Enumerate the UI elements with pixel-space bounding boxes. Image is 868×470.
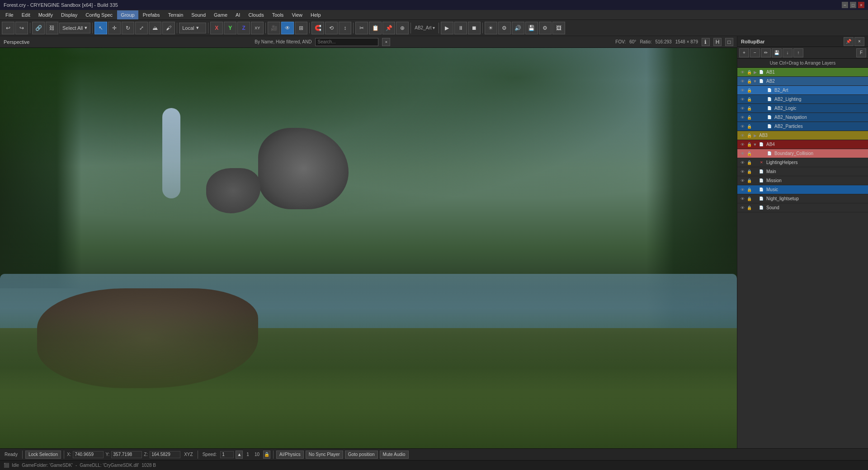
grid-button[interactable]: ⊞ [295,22,307,34]
layer-boundary-expand[interactable] [761,150,765,157]
copy-button[interactable]: 📋 [369,22,382,34]
layer-sort-button[interactable]: F [856,48,866,57]
menu-item-sound[interactable]: Sound [188,10,209,19]
menu-item-config-spec[interactable]: Config Spec [82,10,116,19]
layer-ab2-lighting-eye[interactable]: 👁 [739,96,745,103]
layer-ab3-eye[interactable]: 👁 [739,132,745,139]
minimize-button[interactable]: − [842,2,848,8]
layer-item-lighting-helpers[interactable]: 👁 🔒 ✕ LightingHelpers [737,158,868,167]
layer-ab2-particles-eye[interactable]: 👁 [739,123,745,130]
layer-music-lock[interactable]: 🔒 [746,187,752,193]
layer-mission-expand[interactable] [753,178,757,184]
menu-item-help[interactable]: Help [307,10,325,19]
goto-position-button[interactable]: Goto position [345,451,378,459]
layer-item-ab1[interactable]: 👁 🔒 ▶ 📄 AB1 [737,68,868,77]
mute-audio-button[interactable]: Mute Audio [380,451,409,459]
axis-xy-button[interactable]: XY [251,22,264,34]
y-coord-input[interactable] [111,451,142,458]
menu-item-display[interactable]: Display [57,10,81,19]
layer-ab2-nav-expand[interactable] [761,114,765,121]
layer-ab2-art-lock[interactable]: 🔒 [746,87,752,94]
import-layer-button[interactable]: ↓ [783,48,793,57]
maximize-button[interactable]: □ [850,2,856,8]
rotate-tool-button[interactable]: ↻ [122,22,134,34]
axis-y-button[interactable]: Y [224,22,236,34]
x-coord-input[interactable] [73,451,104,458]
menu-item-group[interactable]: Group [117,10,138,19]
menu-item-edit[interactable]: Edit [18,10,34,19]
layer-ab2-art-expand[interactable] [761,87,765,94]
layer-lh-eye[interactable]: 👁 [739,160,745,166]
layer-ab2-expand[interactable]: ▼ [753,78,757,85]
angle-snap-button[interactable]: ⟲ [325,22,338,34]
paste-button[interactable]: 📌 [382,22,395,34]
physics-button[interactable]: ⚙ [498,22,511,34]
speed-input[interactable] [220,451,234,458]
layer-ab4-lock[interactable]: 🔒 [746,141,752,148]
lock-selection-button[interactable]: Lock Selection [25,451,61,459]
move-tool-button[interactable]: ✛ [108,22,121,34]
layer-mission-lock[interactable]: 🔒 [746,178,752,184]
audio-button[interactable]: 🔊 [512,22,524,34]
play-game-button[interactable]: ▶ [441,22,453,34]
save-layer-button[interactable]: 💾 [772,48,782,57]
layer-item-mission[interactable]: 👁 🔒 📄 Mission [737,176,868,185]
ai-physics-button[interactable]: AI/Physics [276,451,304,459]
layer-lh-expand[interactable] [753,160,757,166]
layer-item-ab2[interactable]: 👁 🔒 ▼ 📄 AB2 [737,77,868,86]
help-button[interactable]: H [713,38,722,46]
clone-button[interactable]: ⊕ [396,22,409,34]
select-all-dropdown[interactable]: Select All ▾ [59,23,90,33]
layer-music-expand[interactable] [753,187,757,193]
camera-settings-button[interactable]: □ [725,38,733,46]
layer-boundary-lock[interactable]: 🔒 [746,150,752,157]
layer-ab4-expand[interactable]: ▼ [753,141,757,148]
menu-item-modify[interactable]: Modify [35,10,57,19]
edit-layer-button[interactable]: ✏ [761,48,771,57]
layer-ab2-logic-expand[interactable] [761,105,765,112]
layer-item-ab2-art[interactable]: 👁 🔒 📄 B2_Art [737,86,868,95]
no-sync-player-button[interactable]: No Sync Player [306,451,343,459]
layer-item-ab4[interactable]: 👁 🔒 ▼ 📄 AB4 [737,140,868,149]
layer-ab1-eye[interactable]: 👁 [739,69,745,75]
layer-night-lock[interactable]: 🔒 [746,196,752,202]
layer-ab2-eye[interactable]: 👁 [739,78,745,85]
axis-x-button[interactable]: X [210,22,223,34]
layer-ab4-eye[interactable]: 👁 [739,141,745,148]
unlink-button[interactable]: ⛓ [46,22,58,34]
camera-button[interactable]: 🎥 [268,22,280,34]
scale-snap-button[interactable]: ↕ [339,22,351,34]
close-button[interactable]: × [858,2,864,8]
settings-button[interactable]: ⚙ [539,22,552,34]
lighting-button[interactable]: ☀ [485,22,497,34]
menu-item-view[interactable]: View [288,10,306,19]
layer-item-music[interactable]: 👁 🔒 📄 Music [737,185,868,194]
layer-item-ab2-lighting[interactable]: 👁 🔒 📄 AB2_Lighting [737,95,868,104]
undo-button[interactable]: ↩ [2,22,14,34]
layer-item-ab3[interactable]: 👁 🔒 ▶ AB3 [737,131,868,140]
layers-list[interactable]: 👁 🔒 ▶ 📄 AB1 👁 🔒 ▼ 📄 AB2 👁 🔒 📄 [737,68,868,448]
view-button[interactable]: 👁 [281,22,294,34]
layer-ab3-expand[interactable]: ▶ [753,132,757,139]
layer-ab2-logic-eye[interactable]: 👁 [739,105,745,112]
new-layer-button[interactable]: + [739,48,749,57]
info-button[interactable]: ℹ [702,38,710,46]
layer-ab2-lighting-expand[interactable] [761,96,765,103]
layer-sound-lock[interactable]: 🔒 [746,205,752,211]
delete-layer-button[interactable]: − [750,48,760,57]
render-button[interactable]: 🖼 [552,22,565,34]
layer-item-night-lightsetup[interactable]: 👁 🔒 📄 Night_lightsetup [737,194,868,203]
layer-lh-lock[interactable]: 🔒 [746,160,752,166]
lock-speed-button[interactable]: 🔒 [263,451,270,459]
layer-night-expand[interactable] [753,196,757,202]
menu-item-ai[interactable]: AI [232,10,244,19]
layer-ab2-particles-expand[interactable] [761,123,765,130]
layer-sound-eye[interactable]: 👁 [739,205,745,211]
menu-item-file[interactable]: File [2,10,17,19]
layer-ab3-lock[interactable]: 🔒 [746,132,752,139]
layer-mission-eye[interactable]: 👁 [739,178,745,184]
link-button[interactable]: 🔗 [32,22,45,34]
menu-item-clouds[interactable]: Clouds [245,10,267,19]
layer-ab2-logic-lock[interactable]: 🔒 [746,105,752,112]
coord-system-dropdown[interactable]: Local ▾ [179,23,206,33]
